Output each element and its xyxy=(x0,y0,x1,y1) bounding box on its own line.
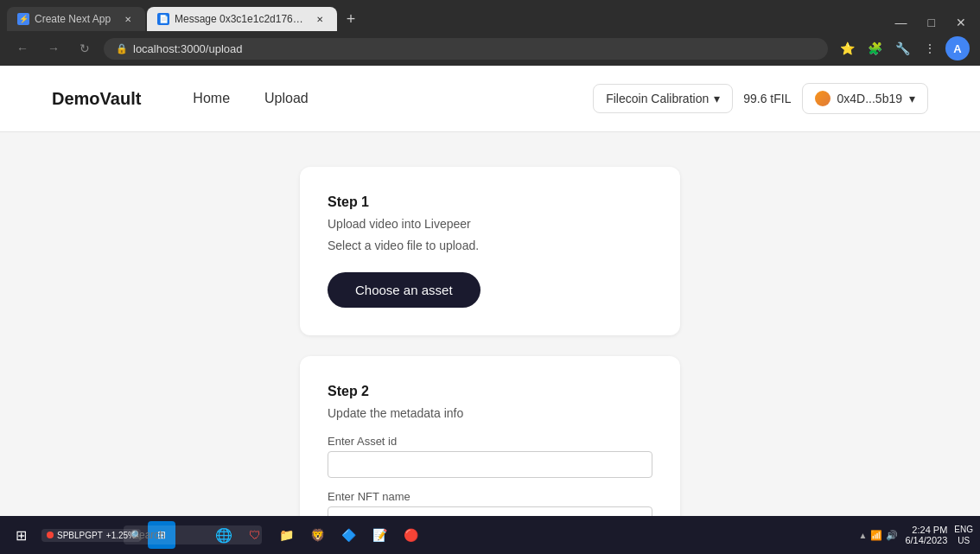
minimize-button[interactable]: — xyxy=(888,14,914,31)
url-text: localhost:3000/upload xyxy=(133,42,243,55)
refresh-button[interactable]: ↻ xyxy=(73,36,97,60)
taskbar-left: ⊞ xyxy=(7,521,35,549)
close-button[interactable]: ✕ xyxy=(949,14,973,31)
asset-id-label: Enter Asset id xyxy=(328,435,652,448)
nav-link-home[interactable]: Home xyxy=(193,91,230,106)
clock-display: 2:24 PM 6/14/2023 xyxy=(905,525,947,545)
tab-2-favicon: 📄 xyxy=(157,13,169,25)
nav-links: Home Upload xyxy=(193,91,593,106)
browser-tab-2[interactable]: 📄 Message 0x3c1e1c2d176b644e... ✕ xyxy=(147,7,337,31)
nft-name-label: Enter NFT name xyxy=(328,490,652,503)
forward-button[interactable]: → xyxy=(41,36,66,60)
window-controls: — □ ✕ xyxy=(888,14,980,31)
nav-link-upload[interactable]: Upload xyxy=(264,91,309,106)
date-display: 6/14/2023 xyxy=(905,535,947,545)
new-tab-button[interactable]: + xyxy=(339,7,363,31)
step2-description: Update the metadata info xyxy=(328,404,652,423)
network-tray-icon: 📶 xyxy=(870,530,882,541)
wallet-address: 0x4D...5b19 xyxy=(837,92,903,105)
notification-dot xyxy=(47,532,54,538)
taskbar-brave-icon[interactable]: 🦁 xyxy=(303,521,331,549)
taskbar: ⊞ SPBLPGPT +1.25% ⊞ 🔍 🌐 🛡 📁 🦁 🔷 📝 🔴 ▲ � xyxy=(0,516,980,554)
browser-tab-1[interactable]: ⚡ Create Next App ✕ xyxy=(7,7,145,31)
taskbar-app2-icon[interactable]: 🔴 xyxy=(397,521,424,549)
step1-description-line1: Upload video into Livepeer xyxy=(328,215,652,233)
taskbar-right: ▲ 📶 🔊 2:24 PM 6/14/2023 ENG US xyxy=(858,524,973,546)
tab-2-close[interactable]: ✕ xyxy=(313,12,327,26)
taskbar-search-input[interactable] xyxy=(124,525,262,544)
profile-button[interactable]: A xyxy=(945,36,970,60)
taskbar-search-icon[interactable]: 🔍 xyxy=(179,521,207,549)
url-bar[interactable]: 🔒 localhost:3000/upload xyxy=(104,38,828,60)
tab-bar: ⚡ Create Next App ✕ 📄 Message 0x3c1e1c2d… xyxy=(0,0,888,31)
system-tray: ▲ 📶 🔊 xyxy=(858,530,898,541)
search-magnifier-icon: 🔍 xyxy=(130,530,143,541)
time-display: 2:24 PM xyxy=(912,525,947,535)
taskbar-folder-icon[interactable]: 📁 xyxy=(272,521,300,549)
nav-right: Filecoin Calibration ▾ 99.6 tFIL 0x4D...… xyxy=(593,83,928,114)
navbar: DemoVault Home Upload Filecoin Calibrati… xyxy=(0,66,980,132)
taskbar-icons: ⊞ 🔍 🌐 🛡 📁 🦁 🔷 📝 🔴 xyxy=(148,521,424,549)
address-bar: ← → ↻ 🔒 localhost:3000/upload ⭐ 🧩 🔧 ⋮ A xyxy=(0,31,980,66)
menu-icon[interactable]: ⋮ xyxy=(918,36,942,60)
lang-text: ENG xyxy=(954,524,973,535)
step2-title: Step 2 xyxy=(328,384,652,399)
step1-title: Step 1 xyxy=(328,194,652,210)
tab-2-title: Message 0x3c1e1c2d176b644e... xyxy=(175,13,308,25)
up-arrow-icon[interactable]: ▲ xyxy=(858,531,867,540)
lock-icon: 🔒 xyxy=(116,43,128,54)
asset-id-input[interactable] xyxy=(328,451,652,478)
wallet-avatar xyxy=(815,91,830,106)
back-button[interactable]: ← xyxy=(10,36,35,60)
step1-card: Step 1 Upload video into Livepeer Select… xyxy=(300,167,680,335)
tab-1-close[interactable]: ✕ xyxy=(121,12,135,26)
region-text: US xyxy=(954,535,973,546)
puzzle-icon[interactable]: 🔧 xyxy=(890,36,914,60)
wallet-button[interactable]: 0x4D...5b19 ▾ xyxy=(802,83,929,114)
step1-description-line2: Select a video file to upload. xyxy=(328,237,652,255)
browser-actions: ⭐ 🧩 🔧 ⋮ A xyxy=(835,36,970,60)
wallet-dropdown-icon: ▾ xyxy=(909,92,915,105)
notification-label: SPBLPGPT xyxy=(57,531,103,540)
choose-asset-button[interactable]: Choose an asset xyxy=(328,272,480,308)
app-content: DemoVault Home Upload Filecoin Calibrati… xyxy=(0,66,980,554)
bookmark-icon[interactable]: ⭐ xyxy=(835,36,859,60)
taskbar-app1-icon[interactable]: 🔷 xyxy=(334,521,362,549)
brand-name: DemoVault xyxy=(52,89,141,109)
language-indicator: ENG US xyxy=(954,524,973,546)
tab-1-title: Create Next App xyxy=(35,13,116,25)
tab-bar-row: ⚡ Create Next App ✕ 📄 Message 0x3c1e1c2d… xyxy=(0,0,980,31)
balance-display: 99.6 tFIL xyxy=(743,92,791,105)
network-dropdown[interactable]: Filecoin Calibration ▾ xyxy=(593,84,733,113)
browser-chrome: ⚡ Create Next App ✕ 📄 Message 0x3c1e1c2d… xyxy=(0,0,980,66)
extensions-icon[interactable]: 🧩 xyxy=(862,36,887,60)
main-content: Step 1 Upload video into Livepeer Select… xyxy=(0,132,980,554)
tab-1-favicon: ⚡ xyxy=(17,13,29,25)
maximize-button[interactable]: □ xyxy=(921,14,942,31)
network-label: Filecoin Calibration xyxy=(606,92,709,105)
start-button[interactable]: ⊞ xyxy=(7,521,35,549)
volume-icon: 🔊 xyxy=(886,530,898,541)
network-dropdown-icon: ▾ xyxy=(714,92,720,105)
taskbar-vscode-icon[interactable]: 📝 xyxy=(366,521,393,549)
